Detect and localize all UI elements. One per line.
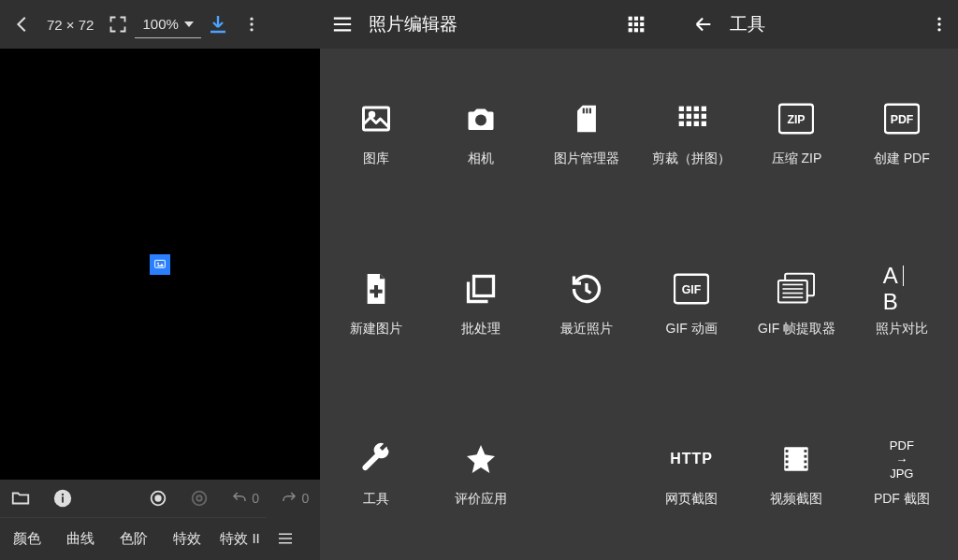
canvas-area[interactable] bbox=[0, 49, 320, 480]
svg-point-0 bbox=[250, 18, 253, 21]
camera-label: 相机 bbox=[468, 151, 494, 167]
more-button[interactable] bbox=[235, 7, 269, 41]
batch-label: 批处理 bbox=[461, 321, 501, 337]
svg-rect-63 bbox=[805, 450, 807, 452]
menu-button[interactable] bbox=[320, 2, 365, 47]
zip-button[interactable]: ZIP 压缩 ZIP bbox=[744, 49, 849, 219]
toolbar-gap bbox=[83, 480, 138, 517]
info-button[interactable] bbox=[41, 480, 82, 517]
folder-button[interactable] bbox=[0, 480, 41, 517]
crop-puzzle-label: 剪裁（拼图） bbox=[652, 151, 731, 167]
star-icon bbox=[462, 440, 500, 478]
svg-rect-17 bbox=[640, 22, 644, 26]
gif-frames-label: GIF 帧提取器 bbox=[758, 321, 835, 337]
svg-point-10 bbox=[193, 492, 207, 506]
actions-grid: 图库 相机 图片管理器 剪裁（拼图） ZIP 压缩 ZIP bbox=[320, 49, 958, 560]
history-icon bbox=[568, 270, 605, 308]
svg-point-2 bbox=[250, 28, 253, 31]
compare-label: 照片对比 bbox=[876, 321, 928, 337]
batch-button[interactable]: 批处理 bbox=[428, 219, 533, 389]
http-icon: HTTP bbox=[673, 440, 710, 478]
redo-button[interactable]: 0 bbox=[270, 480, 320, 517]
target-button-2[interactable] bbox=[179, 480, 220, 517]
download-button[interactable] bbox=[201, 7, 235, 41]
svg-rect-14 bbox=[640, 17, 644, 21]
svg-point-4 bbox=[157, 262, 159, 264]
gallery-button[interactable]: 图库 bbox=[324, 49, 428, 219]
tools-button[interactable]: 工具 bbox=[324, 389, 428, 559]
create-pdf-label: 创建 PDF bbox=[874, 151, 930, 167]
new-image-label: 新建图片 bbox=[350, 321, 402, 337]
gallery-label: 图库 bbox=[363, 151, 389, 167]
svg-rect-41 bbox=[702, 122, 706, 126]
zoom-selector[interactable]: 100% bbox=[135, 10, 200, 38]
sd-card-icon bbox=[568, 100, 605, 137]
svg-point-9 bbox=[155, 495, 161, 501]
web-capture-label: 网页截图 bbox=[665, 491, 718, 508]
svg-rect-30 bbox=[679, 107, 684, 111]
undo-button[interactable]: 0 bbox=[220, 480, 269, 517]
recent-button[interactable]: 最近照片 bbox=[534, 219, 639, 389]
svg-rect-36 bbox=[694, 114, 699, 119]
pdf-capture-button[interactable]: PDF→ JPG PDF 截图 bbox=[849, 389, 954, 559]
tools-label: 工具 bbox=[363, 491, 389, 508]
zip-icon: ZIP bbox=[777, 100, 815, 137]
svg-rect-18 bbox=[628, 28, 631, 32]
svg-rect-60 bbox=[786, 455, 789, 458]
svg-rect-32 bbox=[694, 107, 699, 111]
image-thumbnail[interactable] bbox=[150, 254, 170, 275]
target-button[interactable] bbox=[138, 480, 179, 517]
overflow-button[interactable] bbox=[921, 2, 958, 47]
pdf-icon: PDF bbox=[883, 100, 921, 137]
edit-tabs: 颜色 曲线 色阶 特效 特效 II bbox=[0, 517, 320, 560]
new-file-icon bbox=[357, 270, 395, 308]
new-image-button[interactable]: 新建图片 bbox=[324, 219, 428, 389]
gif-frames-button[interactable]: GIF GIF 帧提取器 bbox=[744, 219, 849, 389]
svg-rect-6 bbox=[62, 496, 64, 502]
rate-button[interactable]: 评价应用 bbox=[428, 389, 533, 559]
svg-rect-33 bbox=[702, 107, 706, 111]
svg-rect-16 bbox=[633, 22, 637, 26]
zip-label: 压缩 ZIP bbox=[772, 151, 822, 167]
svg-rect-53 bbox=[778, 280, 807, 303]
chevron-down-icon bbox=[184, 22, 194, 27]
svg-rect-13 bbox=[633, 17, 637, 21]
tab-levels[interactable]: 色阶 bbox=[107, 517, 160, 560]
svg-rect-35 bbox=[687, 114, 691, 119]
pic-manager-label: 图片管理器 bbox=[554, 151, 619, 167]
svg-rect-48 bbox=[474, 277, 494, 296]
pic-manager-button[interactable]: 图片管理器 bbox=[534, 49, 639, 219]
stack-icon bbox=[462, 270, 500, 308]
camera-button[interactable]: 相机 bbox=[428, 49, 533, 219]
wrench-icon bbox=[357, 440, 395, 478]
svg-rect-15 bbox=[628, 22, 631, 26]
compare-icon: AB bbox=[883, 270, 921, 308]
tab-color[interactable]: 颜色 bbox=[0, 517, 53, 560]
svg-rect-39 bbox=[687, 122, 691, 126]
gif-anim-button[interactable]: GIF GIF 动画 bbox=[639, 219, 744, 389]
create-pdf-button[interactable]: PDF 创建 PDF bbox=[849, 49, 954, 219]
apps-grid-button[interactable] bbox=[614, 2, 659, 47]
gallery-icon bbox=[357, 100, 395, 137]
compare-button[interactable]: AB 照片对比 bbox=[849, 219, 954, 389]
film-icon bbox=[777, 440, 815, 478]
svg-point-11 bbox=[196, 495, 202, 501]
web-capture-button[interactable]: HTTP 网页截图 bbox=[639, 389, 744, 559]
tab-fx[interactable]: 特效 bbox=[160, 517, 213, 560]
svg-rect-27 bbox=[583, 108, 585, 114]
redo-count: 0 bbox=[301, 491, 309, 506]
crop-puzzle-button[interactable]: 剪裁（拼图） bbox=[639, 49, 744, 219]
fullscreen-button[interactable] bbox=[101, 7, 135, 41]
tools-title: 工具 bbox=[730, 12, 765, 36]
grid-icon bbox=[673, 100, 710, 137]
svg-text:GIF: GIF bbox=[682, 283, 702, 296]
recent-label: 最近照片 bbox=[560, 321, 613, 337]
back-button[interactable] bbox=[6, 7, 39, 41]
video-capture-button[interactable]: 视频截图 bbox=[744, 389, 849, 559]
svg-rect-31 bbox=[687, 107, 691, 111]
tab-curves[interactable]: 曲线 bbox=[53, 517, 107, 560]
back-tools-button[interactable] bbox=[681, 2, 726, 47]
tab-fx2[interactable]: 特效 II bbox=[213, 517, 267, 560]
svg-point-1 bbox=[250, 22, 253, 25]
tabs-overflow[interactable] bbox=[267, 517, 304, 560]
